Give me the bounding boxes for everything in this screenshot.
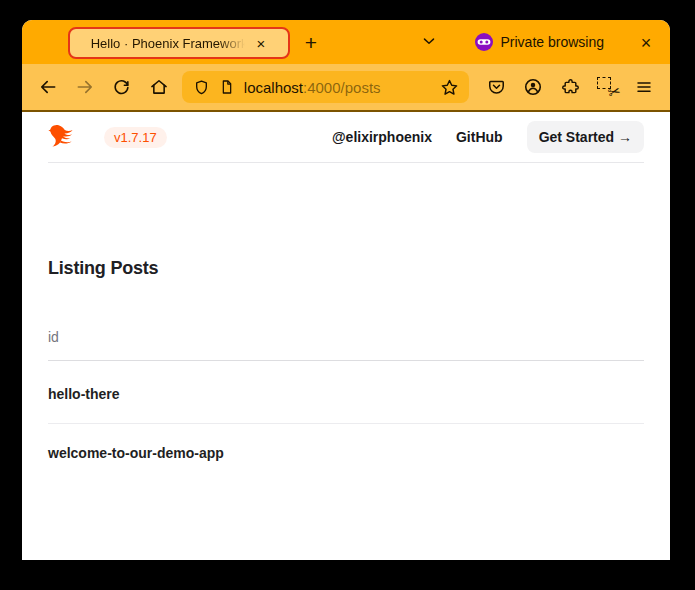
table-row[interactable]: welcome-to-our-demo-app [48, 424, 644, 482]
account-icon [523, 77, 543, 97]
page-title: Listing Posts [48, 257, 644, 279]
browser-tab[interactable]: Hello · Phoenix Framework × [68, 27, 290, 59]
extensions-button[interactable] [556, 71, 584, 103]
reload-button[interactable] [108, 71, 136, 103]
home-icon [149, 77, 169, 97]
github-link[interactable]: GitHub [456, 129, 503, 145]
phoenix-logo-icon [48, 122, 88, 152]
chevron-down-icon [420, 32, 438, 55]
url-host: localhost [244, 79, 303, 96]
header-nav: @elixirphoenix GitHub Get Started → [332, 121, 644, 153]
scissors-glyph: ✂ [605, 82, 622, 103]
private-mask-icon [474, 32, 494, 52]
list-tabs-button[interactable] [413, 27, 445, 59]
titlebar: Hello · Phoenix Framework × + [22, 20, 670, 64]
tracking-protection-shield-icon[interactable] [193, 79, 210, 96]
forward-arrow-icon [75, 77, 95, 97]
browser-window: Hello · Phoenix Framework × + [22, 20, 670, 560]
private-browsing-indicator: Private browsing [474, 20, 605, 64]
private-browsing-label: Private browsing [501, 34, 605, 50]
table-row[interactable]: hello-there [48, 361, 644, 424]
tab-close-button[interactable]: × [255, 35, 268, 52]
menu-button[interactable] [630, 71, 658, 103]
back-arrow-icon [38, 77, 58, 97]
posts-table: id hello-there welcome-to-our-demo-app [48, 330, 644, 482]
hamburger-menu-icon [635, 78, 653, 96]
screenshot-scissors-icon: ✂ [596, 77, 618, 97]
tab-title: Hello · Phoenix Framework [91, 36, 248, 51]
navigation-toolbar: localhost:4000/posts [22, 64, 670, 112]
new-tab-button[interactable]: + [295, 27, 327, 59]
home-button[interactable] [145, 71, 173, 103]
reload-icon [112, 78, 131, 97]
url-path: :4000/posts [303, 79, 381, 96]
site-header: v1.7.17 @elixirphoenix GitHub Get Starte… [48, 112, 644, 163]
screenshot-button[interactable]: ✂ [593, 71, 621, 103]
puzzle-piece-icon [561, 78, 580, 97]
url-bar[interactable]: localhost:4000/posts [182, 71, 469, 103]
get-started-button[interactable]: Get Started → [527, 121, 644, 153]
url-text: localhost:4000/posts [244, 79, 434, 96]
elixirphoenix-link[interactable]: @elixirphoenix [332, 129, 432, 145]
page-info-icon[interactable] [219, 79, 235, 95]
version-badge: v1.7.17 [104, 127, 167, 148]
bookmark-star-icon[interactable] [440, 78, 459, 97]
pocket-icon [487, 78, 506, 97]
screen: Hello · Phoenix Framework × + [0, 0, 695, 590]
forward-button[interactable] [71, 71, 99, 103]
table-column-header-id: id [48, 330, 644, 361]
pocket-button[interactable] [482, 71, 510, 103]
back-button[interactable] [34, 71, 62, 103]
account-button[interactable] [519, 71, 547, 103]
web-page-content: v1.7.17 @elixirphoenix GitHub Get Starte… [22, 112, 670, 560]
window-close-button[interactable]: × [630, 27, 662, 59]
